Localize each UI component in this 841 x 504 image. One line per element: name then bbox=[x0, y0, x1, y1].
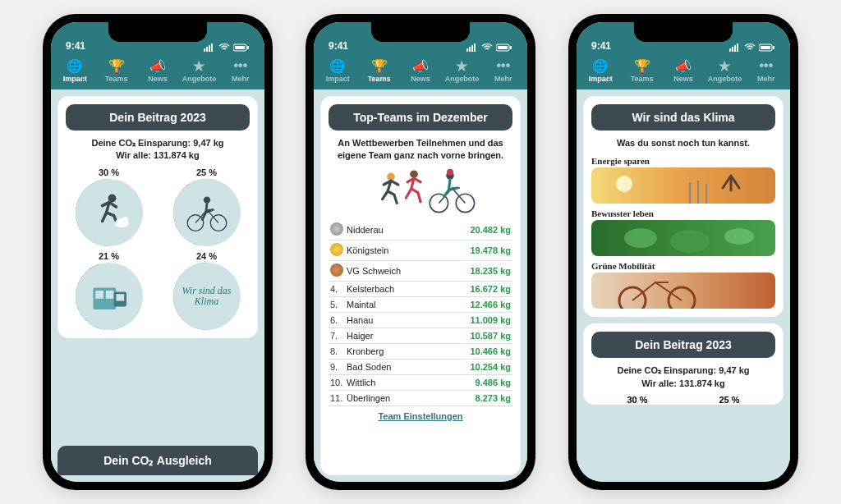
tab-label: News bbox=[673, 75, 693, 83]
team-settings-link[interactable]: Team Einstellungen bbox=[329, 406, 512, 421]
phone-mockup-2: 9:41 🌐Impact 🏆Teams 📣News ★Angebote •••M… bbox=[306, 14, 535, 490]
contribution-card: Dein Beitrag 2023 Deine CO₂ Einsparung: … bbox=[57, 96, 258, 338]
team-row[interactable]: Nidderau20.482 kg bbox=[329, 220, 512, 241]
quad-climate[interactable]: 24 % Wir sind das Klima bbox=[163, 251, 250, 330]
team-row[interactable]: VG Schweich18.235 kg bbox=[329, 261, 512, 282]
star-icon: ★ bbox=[193, 58, 205, 73]
svg-rect-35 bbox=[732, 47, 733, 52]
team-row[interactable]: 10.Wittlich9.486 kg bbox=[329, 375, 512, 391]
team-rank bbox=[330, 243, 347, 258]
percent-label: 30 % bbox=[627, 395, 647, 405]
team-row[interactable]: 11.Überlingen8.273 kg bbox=[329, 391, 512, 406]
team-row[interactable]: 6.Hanau11.009 kg bbox=[329, 313, 512, 328]
tab-teams[interactable]: 🏆Teams bbox=[621, 58, 662, 83]
svg-rect-36 bbox=[734, 45, 736, 52]
team-value: 10.254 kg bbox=[470, 362, 511, 372]
tab-mehr[interactable]: •••Mehr bbox=[746, 58, 787, 83]
tab-impact[interactable]: 🌐 Impact bbox=[54, 58, 95, 83]
percent-label: 30 % bbox=[99, 167, 119, 177]
team-value: 19.478 kg bbox=[470, 245, 511, 255]
tab-mehr[interactable]: ••• Mehr bbox=[220, 58, 261, 83]
card-title: Wir sind das Klima bbox=[591, 104, 775, 131]
tab-label: Mehr bbox=[494, 75, 512, 83]
tab-teams[interactable]: 🏆Teams bbox=[358, 58, 399, 83]
notch bbox=[108, 22, 207, 42]
svg-rect-1 bbox=[206, 47, 208, 52]
tab-news[interactable]: 📣 News bbox=[137, 58, 178, 83]
tab-angebote[interactable]: ★ Angebote bbox=[178, 58, 219, 83]
tab-angebote[interactable]: ★Angebote bbox=[704, 58, 745, 83]
svg-rect-3 bbox=[211, 44, 213, 52]
dots-icon: ••• bbox=[496, 58, 510, 73]
category-leben[interactable]: Bewusster leben bbox=[591, 208, 775, 256]
top-teams-card: Top-Teams im Dezember An Wettbewerben Te… bbox=[320, 96, 521, 475]
category-energy[interactable]: Energie sparen bbox=[591, 156, 775, 204]
quad-tram[interactable]: 21 % bbox=[66, 251, 152, 330]
svg-rect-27 bbox=[510, 46, 512, 49]
tab-mehr[interactable]: •••Mehr bbox=[483, 58, 524, 83]
medal-icon bbox=[330, 263, 343, 277]
team-rank: 11. bbox=[330, 393, 347, 403]
content: Wir sind das Klima Was du sonst noch tun… bbox=[577, 89, 790, 482]
team-rank: 10. bbox=[330, 378, 347, 387]
tab-label: Teams bbox=[631, 75, 654, 83]
phone-mockup-3: 9:41 🌐Impact 🏆Teams 📣News ★Angebote •••M… bbox=[568, 14, 798, 490]
team-value: 10.587 kg bbox=[470, 331, 511, 341]
quad-runner[interactable]: 30 % bbox=[66, 167, 152, 246]
savings-line2: Wir alle: 131.874 kg bbox=[591, 378, 775, 390]
team-row[interactable]: 7.Haiger10.587 kg bbox=[329, 328, 512, 344]
team-rank: 6. bbox=[330, 315, 347, 325]
savings-line1: Deine CO₂ Einsparung: 9,47 kg bbox=[66, 137, 250, 149]
svg-point-43 bbox=[670, 230, 710, 253]
team-row[interactable]: 5.Maintal12.466 kg bbox=[329, 297, 512, 313]
svg-point-45 bbox=[619, 287, 646, 309]
team-value: 8.273 kg bbox=[476, 393, 511, 403]
team-row[interactable]: Königstein19.478 kg bbox=[329, 241, 512, 261]
team-value: 12.466 kg bbox=[470, 300, 511, 309]
quad-cyclist[interactable]: 25 % bbox=[163, 167, 250, 246]
tab-impact[interactable]: 🌐Impact bbox=[580, 58, 621, 83]
notch bbox=[371, 22, 470, 42]
offset-card-title[interactable]: Dein CO₂ Ausgleich bbox=[57, 446, 258, 475]
battery-icon bbox=[496, 44, 512, 52]
team-rank: 4. bbox=[330, 284, 347, 294]
team-name: Maintal bbox=[347, 300, 470, 309]
team-name: Königstein bbox=[347, 245, 470, 255]
svg-point-46 bbox=[669, 287, 695, 309]
team-name: Kronberg bbox=[347, 346, 470, 356]
circle-cyclist bbox=[173, 179, 241, 246]
tab-impact[interactable]: 🌐Impact bbox=[317, 58, 358, 83]
svg-rect-37 bbox=[737, 44, 738, 52]
leben-image bbox=[591, 220, 775, 256]
category-mobility[interactable]: Grüne Mobilität bbox=[591, 261, 775, 309]
circle-tram bbox=[76, 263, 143, 330]
team-row[interactable]: 8.Kronberg10.466 kg bbox=[329, 344, 512, 360]
team-row[interactable]: 9.Bad Soden10.254 kg bbox=[329, 360, 512, 375]
content: Dein Beitrag 2023 Deine CO₂ Einsparung: … bbox=[51, 89, 264, 482]
screen: 9:41 🌐 Impact 🏆 Teams 📣 News ★ An bbox=[51, 22, 264, 482]
signal-icon bbox=[204, 44, 215, 52]
team-name: Haiger bbox=[347, 331, 470, 341]
svg-point-33 bbox=[447, 169, 453, 176]
screen: 9:41 🌐Impact 🏆Teams 📣News ★Angebote •••M… bbox=[314, 22, 527, 482]
wifi-icon bbox=[744, 44, 756, 52]
team-row[interactable]: 4.Kelsterbach16.672 kg bbox=[329, 282, 512, 297]
card-subtitle: Was du sonst noch tun kannst. bbox=[591, 137, 775, 149]
tab-news[interactable]: 📣News bbox=[400, 58, 441, 83]
svg-rect-34 bbox=[729, 48, 731, 52]
team-name: Wittlich bbox=[347, 378, 476, 387]
quad-grid: 30 % 25 % bbox=[66, 167, 250, 330]
tab-teams[interactable]: 🏆 Teams bbox=[95, 58, 136, 83]
globe-icon: 🌐 bbox=[329, 58, 346, 73]
tab-angebote[interactable]: ★Angebote bbox=[441, 58, 482, 83]
card-subtitle: An Wettbewerben Teilnehmen und das eigen… bbox=[329, 137, 512, 163]
percent-label: 25 % bbox=[719, 395, 739, 405]
tab-bar: 🌐Impact 🏆Teams 📣News ★Angebote •••Mehr bbox=[577, 55, 790, 89]
wifi-icon bbox=[481, 44, 493, 52]
category-label: Energie sparen bbox=[591, 156, 775, 166]
circle-runner bbox=[76, 179, 143, 246]
card-title: Dein Beitrag 2023 bbox=[591, 332, 775, 358]
category-label: Bewusster leben bbox=[591, 208, 775, 218]
tab-news[interactable]: 📣News bbox=[663, 58, 704, 83]
tab-label: Angebote bbox=[708, 75, 742, 83]
